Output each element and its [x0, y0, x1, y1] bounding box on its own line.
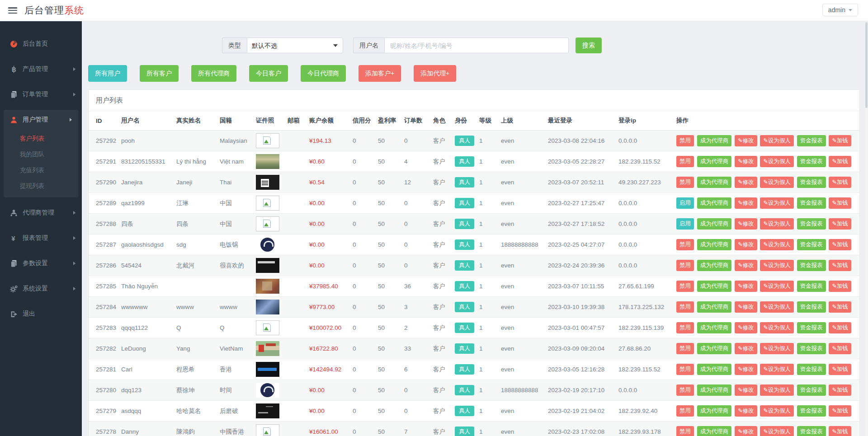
toggle-status-button[interactable]: 禁用	[676, 260, 694, 271]
sidebar-item-customer-list[interactable]: 客户列表	[4, 131, 78, 146]
set-fake-button[interactable]: 设为假人	[760, 197, 793, 209]
fund-report-button[interactable]: 资金报表	[797, 135, 826, 146]
toggle-status-button[interactable]: 禁用	[676, 177, 694, 188]
add-money-button[interactable]: 加钱	[829, 177, 851, 188]
toggle-status-button[interactable]: 禁用	[676, 135, 694, 146]
search-button[interactable]: 搜索	[576, 38, 602, 53]
toggle-status-button[interactable]: 禁用	[676, 301, 694, 313]
sidebar-item-my-team[interactable]: 我的团队	[4, 146, 78, 162]
edit-button[interactable]: 修改	[735, 197, 757, 209]
edit-button[interactable]: 修改	[735, 322, 757, 333]
become-agent-button[interactable]: 成为代理商	[697, 218, 732, 230]
fund-report-button[interactable]: 资金报表	[797, 426, 826, 436]
fund-report-button[interactable]: 资金报表	[797, 197, 826, 209]
set-fake-button[interactable]: 设为假人	[760, 177, 793, 188]
add-money-button[interactable]: 加钱	[829, 405, 851, 417]
become-agent-button[interactable]: 成为代理商	[697, 301, 732, 313]
set-fake-button[interactable]: 设为假人	[760, 384, 793, 396]
add-money-button[interactable]: 加钱	[829, 239, 851, 250]
toggle-status-button[interactable]: 禁用	[676, 364, 694, 375]
become-agent-button[interactable]: 成为代理商	[697, 281, 732, 292]
add-money-button[interactable]: 加钱	[829, 301, 851, 313]
set-fake-button[interactable]: 设为假人	[760, 343, 793, 354]
user-menu[interactable]: admin	[822, 4, 858, 16]
set-fake-button[interactable]: 设为假人	[760, 260, 793, 271]
become-agent-button[interactable]: 成为代理商	[697, 177, 732, 188]
sidebar-item-logout[interactable]: 退出	[0, 304, 82, 324]
toggle-status-button[interactable]: 禁用	[676, 281, 694, 292]
username-search-input[interactable]	[384, 38, 569, 53]
add-customer-button[interactable]: 添加客户+	[359, 65, 401, 82]
set-fake-button[interactable]: 设为假人	[760, 156, 793, 167]
add-money-button[interactable]: 加钱	[829, 260, 851, 271]
fund-report-button[interactable]: 资金报表	[797, 322, 826, 333]
type-select[interactable]: 默认不选	[247, 38, 343, 53]
add-money-button[interactable]: 加钱	[829, 384, 851, 396]
become-agent-button[interactable]: 成为代理商	[697, 343, 732, 354]
fund-report-button[interactable]: 资金报表	[797, 177, 826, 188]
fund-report-button[interactable]: 资金报表	[797, 239, 826, 250]
sidebar-item-withdraw-list[interactable]: 提现列表	[4, 178, 78, 194]
set-fake-button[interactable]: 设为假人	[760, 364, 793, 375]
set-fake-button[interactable]: 设为假人	[760, 405, 793, 417]
add-money-button[interactable]: 加钱	[829, 426, 851, 436]
add-money-button[interactable]: 加钱	[829, 364, 851, 375]
add-money-button[interactable]: 加钱	[829, 135, 851, 146]
become-agent-button[interactable]: 成为代理商	[697, 322, 732, 333]
set-fake-button[interactable]: 设为假人	[760, 301, 793, 313]
edit-button[interactable]: 修改	[735, 405, 757, 417]
toggle-status-button[interactable]: 启用	[676, 218, 694, 230]
fund-report-button[interactable]: 资金报表	[797, 301, 826, 313]
become-agent-button[interactable]: 成为代理商	[697, 364, 732, 375]
sidebar-item-system[interactable]: 系统设置	[0, 279, 82, 299]
set-fake-button[interactable]: 设为假人	[760, 239, 793, 250]
vertical-scrollbar[interactable]	[865, 21, 868, 436]
set-fake-button[interactable]: 设为假人	[760, 281, 793, 292]
set-fake-button[interactable]: 设为假人	[760, 135, 793, 146]
all-users-button[interactable]: 所有用户	[88, 65, 127, 82]
add-money-button[interactable]: 加钱	[829, 156, 851, 167]
fund-report-button[interactable]: 资金报表	[797, 156, 826, 167]
today-agents-button[interactable]: 今日代理商	[301, 65, 346, 82]
fund-report-button[interactable]: 资金报表	[797, 405, 826, 417]
edit-button[interactable]: 修改	[735, 301, 757, 313]
edit-button[interactable]: 修改	[735, 426, 757, 436]
become-agent-button[interactable]: 成为代理商	[697, 426, 732, 436]
edit-button[interactable]: 修改	[735, 177, 757, 188]
sidebar-item-users[interactable]: 用户管理	[4, 110, 78, 130]
add-money-button[interactable]: 加钱	[829, 218, 851, 230]
add-money-button[interactable]: 加钱	[829, 197, 851, 209]
toggle-status-button[interactable]: 禁用	[676, 322, 694, 333]
fund-report-button[interactable]: 资金报表	[797, 364, 826, 375]
all-customers-button[interactable]: 所有客户	[140, 65, 179, 82]
toggle-status-button[interactable]: 禁用	[676, 239, 694, 250]
add-money-button[interactable]: 加钱	[829, 281, 851, 292]
sidebar-item-reports[interactable]: ¥ 报表管理	[0, 228, 82, 248]
add-agent-button[interactable]: 添加代理+	[414, 65, 456, 82]
add-money-button[interactable]: 加钱	[829, 322, 851, 333]
toggle-status-button[interactable]: 禁用	[676, 156, 694, 167]
edit-button[interactable]: 修改	[735, 281, 757, 292]
toggle-status-button[interactable]: 启用	[676, 197, 694, 209]
today-customers-button[interactable]: 今日客户	[249, 65, 288, 82]
become-agent-button[interactable]: 成为代理商	[697, 239, 732, 250]
fund-report-button[interactable]: 资金报表	[797, 260, 826, 271]
fund-report-button[interactable]: 资金报表	[797, 384, 826, 396]
sidebar-item-agents[interactable]: 代理商管理	[0, 203, 82, 223]
sidebar-item-products[interactable]: B 产品管理	[0, 59, 82, 79]
edit-button[interactable]: 修改	[735, 364, 757, 375]
edit-button[interactable]: 修改	[735, 135, 757, 146]
toggle-status-button[interactable]: 禁用	[676, 405, 694, 417]
all-agents-button[interactable]: 所有代理商	[191, 65, 236, 82]
fund-report-button[interactable]: 资金报表	[797, 218, 826, 230]
become-agent-button[interactable]: 成为代理商	[697, 405, 732, 417]
edit-button[interactable]: 修改	[735, 260, 757, 271]
edit-button[interactable]: 修改	[735, 384, 757, 396]
fund-report-button[interactable]: 资金报表	[797, 343, 826, 354]
toggle-status-button[interactable]: 禁用	[676, 426, 694, 436]
sidebar-item-dashboard[interactable]: 后台首页	[0, 34, 82, 54]
add-money-button[interactable]: 加钱	[829, 343, 851, 354]
fund-report-button[interactable]: 资金报表	[797, 281, 826, 292]
menu-toggle-icon[interactable]	[8, 7, 17, 14]
edit-button[interactable]: 修改	[735, 343, 757, 354]
